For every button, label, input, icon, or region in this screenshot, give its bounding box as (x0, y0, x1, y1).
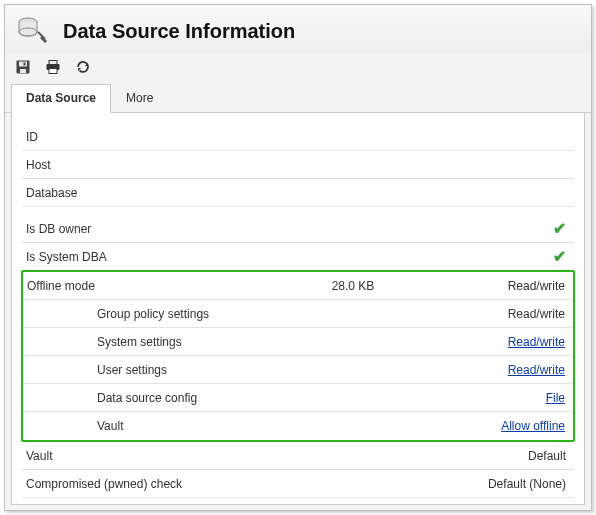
value-offline-mode: Read/write (449, 279, 569, 293)
row-group-policy: Group policy settings Read/write (23, 300, 573, 328)
refresh-button[interactable] (73, 57, 93, 77)
label-system-settings: System settings (27, 335, 257, 349)
header: Data Source Information (5, 5, 591, 53)
row-offline-mode: Offline mode 28.0 KB Read/write (23, 272, 573, 300)
print-icon (45, 59, 61, 75)
print-button[interactable] (43, 57, 63, 77)
refresh-icon (75, 59, 91, 75)
value-pwned: Default (None) (450, 477, 570, 491)
svg-rect-6 (49, 61, 57, 65)
label-user-settings: User settings (27, 363, 257, 377)
svg-rect-3 (19, 62, 27, 67)
save-icon (15, 59, 31, 75)
label-id: ID (26, 130, 256, 144)
tab-strip: Data Source More (5, 83, 591, 113)
label-db-owner: Is DB owner (26, 222, 256, 236)
label-database: Database (26, 186, 256, 200)
label-system-dba: Is System DBA (26, 250, 256, 264)
label-group-policy: Group policy settings (27, 307, 257, 321)
save-button[interactable] (13, 57, 33, 77)
label-host: Host (26, 158, 256, 172)
row-system-settings: System settings Read/write (23, 328, 573, 356)
svg-rect-8 (49, 69, 57, 74)
row-vault-sub: Vault Allow offline (23, 412, 573, 440)
row-host: Host (22, 151, 574, 179)
row-data-source-config: Data source config File (23, 384, 573, 412)
svg-rect-4 (20, 69, 26, 73)
row-database: Database (22, 179, 574, 207)
row-system-dba: Is System DBA ✔ (22, 243, 574, 271)
label-offline-mode: Offline mode (27, 279, 257, 293)
link-data-source-config[interactable]: File (546, 391, 565, 405)
check-icon: ✔ (553, 220, 566, 237)
value-group-policy: Read/write (449, 307, 569, 321)
label-vault-sub: Vault (27, 419, 257, 433)
link-user-settings[interactable]: Read/write (508, 363, 565, 377)
row-user-settings: User settings Read/write (23, 356, 573, 384)
check-icon: ✔ (553, 248, 566, 265)
row-id: ID (22, 123, 574, 151)
tab-more[interactable]: More (111, 84, 168, 113)
row-db-owner: Is DB owner ✔ (22, 215, 574, 243)
value-offline-size: 28.0 KB (257, 279, 449, 293)
panel-data-source: ID Host Database Is DB owner ✔ Is System… (11, 113, 585, 505)
datasource-icon (15, 13, 51, 49)
tab-data-source[interactable]: Data Source (11, 84, 111, 113)
label-data-source-config: Data source config (27, 391, 257, 405)
offline-highlight: Offline mode 28.0 KB Read/write Group po… (21, 270, 575, 442)
value-vault: Default (450, 449, 570, 463)
page-title: Data Source Information (63, 20, 295, 43)
label-pwned: Compromised (pwned) check (26, 477, 286, 491)
toolbar (5, 53, 591, 83)
row-pwned: Compromised (pwned) check Default (None) (22, 470, 574, 498)
link-system-settings[interactable]: Read/write (508, 335, 565, 349)
svg-rect-5 (24, 63, 26, 66)
label-vault: Vault (26, 449, 256, 463)
row-vault: Vault Default (22, 442, 574, 470)
link-vault-allow-offline[interactable]: Allow offline (501, 419, 565, 433)
window: Data Source Information (4, 4, 592, 511)
